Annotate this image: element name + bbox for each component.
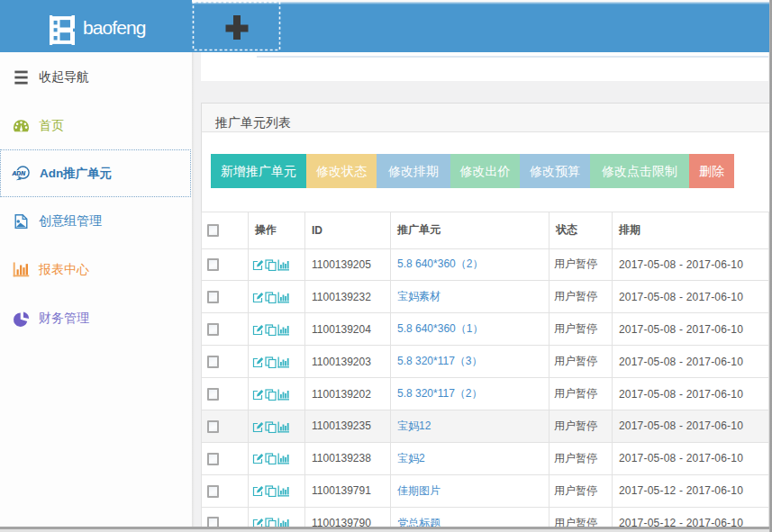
svg-text:ADN: ADN [12, 170, 26, 176]
